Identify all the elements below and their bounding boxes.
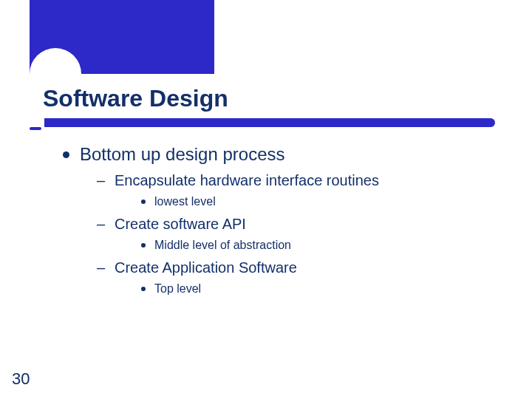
- bullet-level3: lowest level: [141, 195, 502, 208]
- title-underline-tick: [30, 127, 41, 130]
- bullet-level3-text: Top level: [154, 282, 201, 296]
- bullet-level2-text: Create Application Software: [115, 259, 297, 276]
- bullet-dot-icon: [141, 243, 146, 248]
- bullet-level2-text: Encapsulate hardware interface routines: [115, 172, 379, 189]
- bullet-level2: – Create software API: [97, 216, 502, 233]
- bullet-dash-icon: –: [97, 216, 104, 233]
- bullet-level3: Middle level of abstraction: [141, 239, 502, 252]
- bullet-level3-text: Middle level of abstraction: [154, 239, 291, 252]
- bullet-level3: Top level: [141, 282, 502, 296]
- bullet-dot-icon: [141, 287, 146, 291]
- bullet-dot-icon: [141, 200, 146, 204]
- bullet-level1: Bottom up design process: [63, 144, 502, 165]
- bullet-level2: – Encapsulate hardware interface routine…: [97, 172, 502, 189]
- slide-content: Bottom up design process – Encapsulate h…: [63, 144, 502, 297]
- bullet-level1-text: Bottom up design process: [80, 144, 285, 165]
- bullet-level3-text: lowest level: [154, 195, 216, 208]
- title-underline: [30, 118, 495, 127]
- slide-title: Software Design: [43, 85, 228, 112]
- bullet-dash-icon: –: [97, 259, 104, 276]
- bullet-level2: – Create Application Software: [97, 259, 502, 276]
- page-number: 30: [12, 369, 30, 389]
- bullet-dash-icon: –: [97, 172, 104, 189]
- bullet-level2-text: Create software API: [115, 216, 246, 233]
- bullet-dot-icon: [63, 151, 69, 158]
